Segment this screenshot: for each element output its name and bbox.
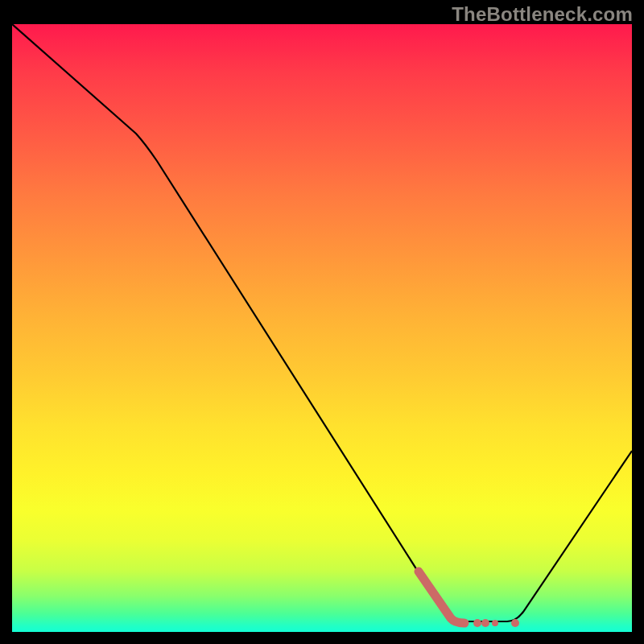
watermark-text: TheBottleneck.com	[452, 3, 633, 26]
plot-area	[12, 24, 632, 632]
highlight-segment	[419, 572, 464, 623]
highlight-dot	[473, 619, 481, 627]
highlight-dot	[511, 619, 519, 627]
curve-path	[12, 24, 632, 621]
highlight-dot	[481, 619, 489, 627]
chart-svg	[12, 24, 632, 632]
highlight-dot	[492, 620, 498, 626]
